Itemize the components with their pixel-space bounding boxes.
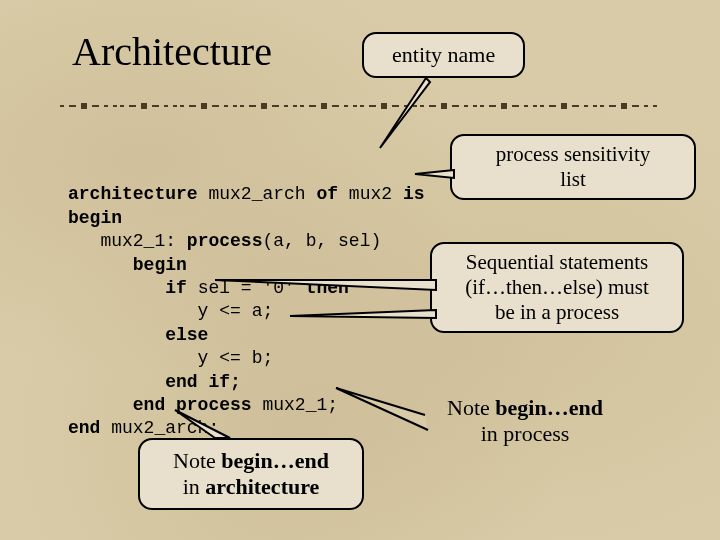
svg-rect-6 xyxy=(60,100,660,112)
divider-line xyxy=(60,100,660,112)
callout-note-begin-end-architecture: Note begin…end in architecture xyxy=(138,438,364,510)
slide-title: Architecture xyxy=(72,28,272,75)
code-block: architecture mux2_arch of mux2 is begin … xyxy=(68,160,424,441)
callout-sensitivity-list: process sensitivitylist xyxy=(450,134,696,200)
svg-marker-7 xyxy=(380,78,430,148)
callout-sequential-statements: Sequential statements(if…then…else) must… xyxy=(430,242,684,333)
callout-entity-name: entity name xyxy=(362,32,525,78)
callout-note-begin-end-process: Note begin…end in process xyxy=(420,395,630,447)
